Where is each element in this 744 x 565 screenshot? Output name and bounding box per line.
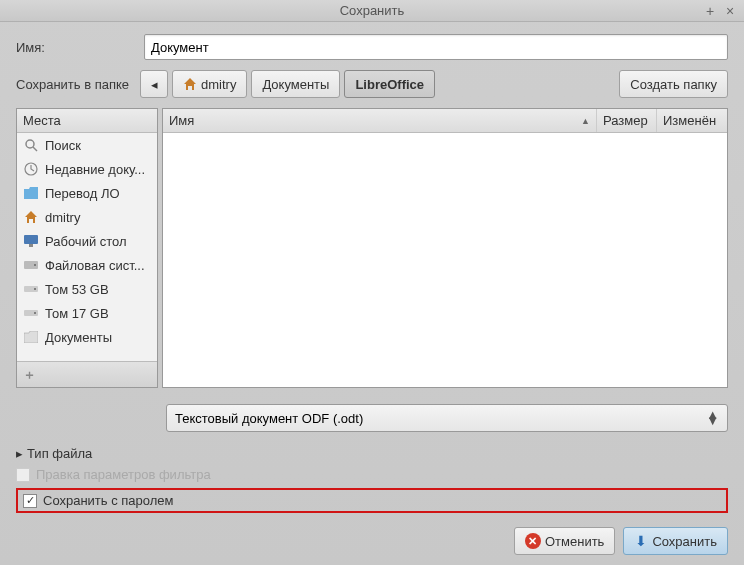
column-modified[interactable]: Изменён xyxy=(657,109,727,132)
places-item-label: Документы xyxy=(45,330,112,345)
breadcrumb-documents[interactable]: Документы xyxy=(251,70,340,98)
save-with-password-label: Сохранить с паролем xyxy=(43,493,174,508)
disk-icon xyxy=(23,257,39,273)
drive-icon xyxy=(23,305,39,321)
close-icon[interactable]: × xyxy=(722,4,738,20)
filter-params-label: Правка параметров фильтра xyxy=(36,467,211,482)
clock-icon xyxy=(23,161,39,177)
cancel-icon: ✕ xyxy=(525,533,541,549)
filename-input[interactable] xyxy=(144,34,728,60)
places-item-label: Перевод ЛО xyxy=(45,186,120,201)
column-name[interactable]: Имя ▲ xyxy=(163,109,597,132)
places-item-home[interactable]: dmitry xyxy=(17,205,157,229)
filetype-value: Текстовый документ ODF (.odt) xyxy=(175,411,363,426)
svg-point-0 xyxy=(26,140,34,148)
places-item-folder[interactable]: Перевод ЛО xyxy=(17,181,157,205)
drive-icon xyxy=(23,281,39,297)
checkbox-unchecked-icon xyxy=(16,468,30,482)
places-item-label: Рабочий стол xyxy=(45,234,127,249)
filetype-select[interactable]: Текстовый документ ODF (.odt) ▲▼ xyxy=(166,404,728,432)
places-item-search[interactable]: Поиск xyxy=(17,133,157,157)
folder-icon xyxy=(23,185,39,201)
places-list: Поиск Недавние доку... Перевод ЛО dmitry xyxy=(17,133,157,361)
places-item-label: Том 53 GB xyxy=(45,282,109,297)
file-browser: Места Поиск Недавние доку... Перевод ЛО xyxy=(16,108,728,388)
search-icon xyxy=(23,137,39,153)
svg-rect-3 xyxy=(24,235,38,244)
options-block: ▸ Тип файла Правка параметров фильтра ✓ … xyxy=(16,446,728,513)
chevron-left-icon: ◂ xyxy=(151,77,158,92)
breadcrumb-row: Сохранить в папке ◂ dmitry Документы Lib… xyxy=(16,70,728,98)
filter-params-checkbox-row: Правка параметров фильтра xyxy=(16,467,728,482)
svg-line-1 xyxy=(33,147,37,151)
places-item-label: dmitry xyxy=(45,210,80,225)
desktop-icon xyxy=(23,233,39,249)
places-item-filesystem[interactable]: Файловая сист... xyxy=(17,253,157,277)
breadcrumb-item-label: Документы xyxy=(262,77,329,92)
breadcrumb-home[interactable]: dmitry xyxy=(172,70,247,98)
select-arrows-icon: ▲▼ xyxy=(706,412,719,424)
save-with-password-checkbox-row[interactable]: ✓ Сохранить с паролем xyxy=(23,493,174,508)
file-list-header: Имя ▲ Размер Изменён xyxy=(163,109,727,133)
folder-doc-icon xyxy=(23,329,39,345)
column-size[interactable]: Размер xyxy=(597,109,657,132)
breadcrumb-item-label: dmitry xyxy=(201,77,236,92)
places-item-documents[interactable]: Документы xyxy=(17,325,157,349)
window-title: Сохранить xyxy=(340,3,405,18)
svg-point-8 xyxy=(34,288,36,290)
places-item-desktop[interactable]: Рабочий стол xyxy=(17,229,157,253)
titlebar-controls: + × xyxy=(702,4,738,20)
download-icon: ⬇ xyxy=(634,534,648,548)
places-item-label: Том 17 GB xyxy=(45,306,109,321)
create-folder-button[interactable]: Создать папку xyxy=(619,70,728,98)
save-button[interactable]: ⬇ Сохранить xyxy=(623,527,728,555)
sort-ascending-icon: ▲ xyxy=(581,116,590,126)
places-item-recent[interactable]: Недавние доку... xyxy=(17,157,157,181)
breadcrumb-current[interactable]: LibreOffice xyxy=(344,70,435,98)
places-item-label: Файловая сист... xyxy=(45,258,145,273)
cancel-button[interactable]: ✕ Отменить xyxy=(514,527,615,555)
places-item-volume-53[interactable]: Том 53 GB xyxy=(17,277,157,301)
titlebar: Сохранить + × xyxy=(0,0,744,22)
places-item-label: Недавние доку... xyxy=(45,162,145,177)
checkbox-checked-icon: ✓ xyxy=(23,494,37,508)
places-item-label: Поиск xyxy=(45,138,81,153)
breadcrumb-item-label: LibreOffice xyxy=(355,77,424,92)
breadcrumb-back-button[interactable]: ◂ xyxy=(140,70,168,98)
home-icon xyxy=(23,209,39,225)
save-in-folder-label: Сохранить в папке xyxy=(16,77,136,92)
add-place-icon[interactable]: ＋ xyxy=(23,366,36,384)
file-list-panel: Имя ▲ Размер Изменён xyxy=(162,108,728,388)
dialog-footer: ✕ Отменить ⬇ Сохранить xyxy=(16,523,728,555)
triangle-right-icon: ▸ xyxy=(16,446,23,461)
save-dialog: Сохранить + × Имя: Сохранить в папке ◂ d… xyxy=(0,0,744,565)
svg-rect-4 xyxy=(29,244,33,247)
svg-point-6 xyxy=(34,264,36,266)
places-header: Места xyxy=(17,109,157,133)
home-icon xyxy=(183,77,197,91)
dialog-content: Имя: Сохранить в папке ◂ dmitry Документ… xyxy=(0,22,744,565)
name-row: Имя: xyxy=(16,34,728,60)
name-label: Имя: xyxy=(16,40,136,55)
places-panel: Места Поиск Недавние доку... Перевод ЛО xyxy=(16,108,158,388)
filetype-disclosure[interactable]: ▸ Тип файла xyxy=(16,446,728,461)
svg-point-10 xyxy=(34,312,36,314)
places-footer: ＋ xyxy=(17,361,157,387)
filetype-row: Текстовый документ ODF (.odt) ▲▼ xyxy=(16,404,728,432)
highlight-box: ✓ Сохранить с паролем xyxy=(16,488,728,513)
minimize-icon[interactable]: + xyxy=(702,4,718,20)
file-list-body[interactable] xyxy=(163,133,727,387)
places-item-volume-17[interactable]: Том 17 GB xyxy=(17,301,157,325)
